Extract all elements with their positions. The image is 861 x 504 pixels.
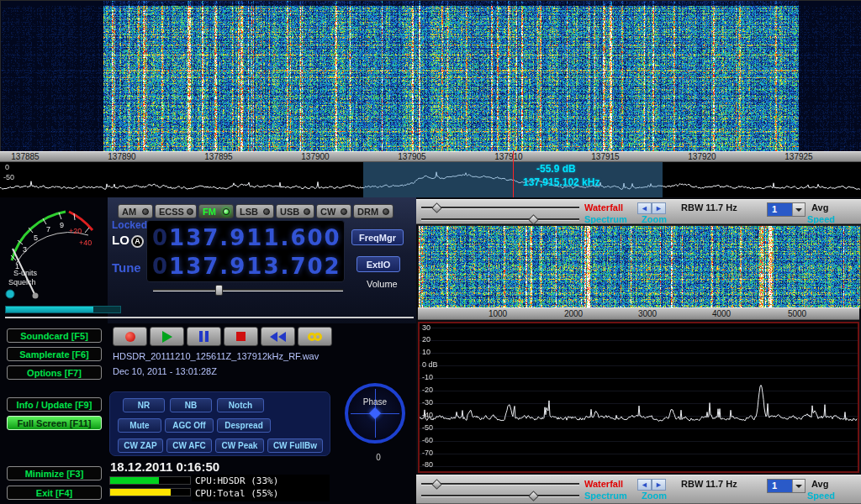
spectrum-gain-thumb[interactable]: [528, 214, 539, 225]
spectrum-gain-slider[interactable]: [421, 495, 579, 497]
play-button[interactable]: [150, 327, 184, 346]
rewind-button[interactable]: [261, 327, 295, 346]
cpu-hdsdr-text: CPU:HDSDR (33%): [195, 475, 278, 486]
stop-button[interactable]: [224, 327, 258, 346]
record-button[interactable]: [113, 327, 147, 346]
agc-off-button[interactable]: AGC Off: [165, 418, 214, 433]
mode-button-drm[interactable]: DRM: [353, 204, 394, 218]
fullscreen-button[interactable]: Full Screen [F11]: [7, 416, 102, 430]
info-update-button[interactable]: Info / Update [F9]: [7, 397, 102, 412]
mode-led: [263, 208, 270, 215]
ruler-tick: 4000: [712, 309, 731, 318]
avg-label: Avg: [811, 202, 828, 213]
tune-frequency-display[interactable]: 0137.913.702: [152, 254, 341, 279]
signal-level-bar: [5, 306, 121, 313]
options-button[interactable]: Options [F7]: [7, 365, 102, 380]
samplerate-button[interactable]: Samplerate [F6]: [7, 347, 102, 361]
avg-dropdown[interactable]: 1: [767, 479, 806, 493]
mode-led: [187, 208, 193, 215]
main-spectrum-display[interactable]: 0 -50 -55.9 dB 137,915.102 kHz: [0, 162, 861, 197]
notch-button[interactable]: Notch: [217, 398, 264, 412]
nb-button[interactable]: NB: [170, 398, 212, 412]
nr-button[interactable]: NR: [123, 398, 165, 412]
mode-led: [304, 208, 310, 215]
zoom-shift-control: ◄ ►: [637, 479, 666, 491]
spectrum-gain-slider[interactable]: [421, 218, 579, 221]
phase-label: Phase: [348, 397, 402, 407]
pause-button[interactable]: [187, 327, 221, 346]
despread-button[interactable]: Despread: [217, 418, 271, 433]
avg-label: Avg: [811, 479, 828, 489]
soundcard-button[interactable]: Soundcard [F5]: [7, 328, 102, 343]
db-scale-label: -60: [422, 436, 433, 444]
waterfall-contrast-thumb[interactable]: [431, 202, 442, 213]
mode-button-fm[interactable]: FM: [198, 204, 234, 218]
volume-slider-track[interactable]: [153, 289, 343, 291]
minimize-button[interactable]: Minimize [F3]: [7, 466, 102, 480]
rewind-icon: [270, 332, 286, 342]
volume-label: Volume: [367, 279, 398, 289]
mode-button-usb[interactable]: USB: [276, 204, 314, 218]
squelch-knob: [6, 290, 14, 298]
avg-selected-value: 1: [768, 203, 792, 216]
rbw-label: RBW 11.7 Hz: [681, 202, 737, 213]
ruler-tick: 2000: [564, 309, 583, 318]
lo-frequency-display[interactable]: 0137.911.600: [152, 225, 341, 250]
locked-label: Locked: [112, 219, 147, 231]
cw-zap-button[interactable]: CW ZAP: [118, 438, 163, 453]
svg-text:7: 7: [46, 225, 50, 234]
ruler-tick: 137915: [591, 152, 619, 161]
ruler-tick: 1000: [489, 309, 507, 318]
dropdown-arrow-icon[interactable]: [792, 203, 805, 216]
freqmgr-button[interactable]: FreqMgr: [351, 229, 404, 245]
db-scale-label: -30: [422, 398, 433, 407]
spectrum-label: Spectrum: [584, 491, 627, 501]
waterfall-label: Waterfall: [584, 479, 623, 489]
shift-right-button[interactable]: ►: [652, 479, 666, 491]
ruler-tick: 137885: [11, 152, 39, 161]
af-waterfall-display[interactable]: [418, 225, 861, 309]
right-bottom-control-bar: Waterfall Spectrum ◄ ► Zoom RBW 11.7 Hz …: [416, 475, 861, 504]
loop-button[interactable]: [298, 327, 332, 346]
extio-button[interactable]: ExtIO: [357, 256, 400, 272]
dropdown-arrow-icon[interactable]: [792, 480, 805, 492]
stop-icon: [236, 332, 246, 341]
spectrum-gain-thumb[interactable]: [528, 491, 539, 501]
lo-lock-button[interactable]: A: [131, 235, 144, 248]
main-waterfall-display[interactable]: [0, 0, 861, 153]
main-frequency-ruler[interactable]: 137885 137890 137895 137900 137905 13791…: [0, 151, 861, 162]
waterfall-contrast-slider[interactable]: [421, 483, 579, 486]
cpu-hdsdr-bar: [109, 476, 191, 485]
ruler-tick: 137895: [204, 152, 232, 161]
mode-button-am[interactable]: AM: [118, 204, 153, 218]
mode-led-active: [223, 208, 230, 215]
recording-timestamp: Dec 10, 2011 - 13:01:28Z: [113, 366, 217, 376]
exit-button[interactable]: Exit [F4]: [7, 486, 102, 500]
mute-button[interactable]: Mute: [118, 418, 161, 433]
af-spectrum-display[interactable]: 30 20 10 0 dB -10 -20 -30 -40 -50 -60 -7…: [418, 322, 859, 473]
mode-led: [142, 208, 149, 215]
waterfall-contrast-slider[interactable]: [421, 207, 579, 209]
cw-peak-button[interactable]: CW Peak: [215, 438, 264, 453]
datetime-display: 18.12.2011 0:16:50: [110, 459, 219, 474]
shift-right-button[interactable]: ►: [652, 202, 666, 214]
volume-slider-thumb[interactable]: [215, 285, 223, 296]
main-slider-track[interactable]: [5, 317, 414, 318]
af-frequency-ruler[interactable]: 1000 2000 3000 4000 5000: [418, 307, 859, 320]
shift-left-button[interactable]: ◄: [637, 479, 652, 491]
waterfall-contrast-thumb[interactable]: [431, 479, 442, 490]
svg-text:Squelch: Squelch: [8, 278, 36, 286]
avg-dropdown[interactable]: 1: [767, 202, 806, 217]
mode-button-ecss[interactable]: ECSS: [155, 204, 197, 218]
db-scale-label: 30: [422, 323, 430, 332]
cpu-total-text: CPU:Total (55%): [195, 488, 278, 499]
speed-label: Speed: [807, 214, 835, 224]
mode-button-cw[interactable]: CW: [316, 204, 351, 218]
mode-button-lsb[interactable]: LSB: [235, 204, 274, 218]
mode-led: [341, 208, 347, 215]
ruler-tick: 5000: [788, 309, 806, 318]
shift-left-button[interactable]: ◄: [637, 202, 652, 214]
cw-afc-button[interactable]: CW AFC: [166, 438, 212, 453]
cw-fullbw-button[interactable]: CW FullBw: [267, 438, 323, 453]
db-scale-label: -20: [422, 386, 433, 394]
